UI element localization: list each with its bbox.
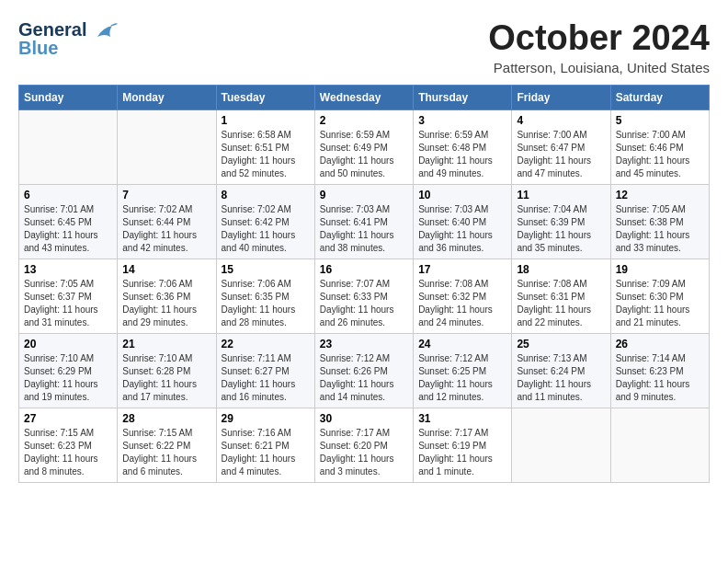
day-number: 10 [418, 189, 506, 201]
calendar-cell: 8Sunrise: 7:02 AM Sunset: 6:42 PM Daylig… [216, 185, 314, 259]
day-info: Sunrise: 7:09 AM Sunset: 6:30 PM Dayligh… [616, 278, 704, 329]
day-info: Sunrise: 7:06 AM Sunset: 6:36 PM Dayligh… [122, 278, 210, 329]
week-row-1: 6Sunrise: 7:01 AM Sunset: 6:45 PM Daylig… [19, 185, 710, 259]
day-number: 20 [24, 338, 112, 350]
calendar-cell: 9Sunrise: 7:03 AM Sunset: 6:41 PM Daylig… [314, 185, 413, 259]
calendar-cell [118, 110, 216, 185]
day-number: 24 [418, 338, 506, 350]
calendar-cell: 31Sunrise: 7:17 AM Sunset: 6:19 PM Dayli… [414, 408, 512, 483]
day-number: 27 [24, 412, 112, 425]
day-info: Sunrise: 7:15 AM Sunset: 6:22 PM Dayligh… [122, 427, 210, 478]
day-number: 25 [517, 338, 605, 350]
day-number: 2 [320, 114, 408, 127]
day-number: 18 [517, 263, 605, 276]
day-info: Sunrise: 7:12 AM Sunset: 6:26 PM Dayligh… [320, 352, 408, 404]
day-info: Sunrise: 7:06 AM Sunset: 6:35 PM Dayligh… [222, 278, 310, 329]
calendar-cell [610, 408, 709, 483]
day-number: 13 [24, 263, 112, 276]
calendar-cell: 5Sunrise: 7:00 AM Sunset: 6:46 PM Daylig… [610, 110, 709, 185]
logo: General Blue [18, 18, 119, 58]
day-info: Sunrise: 7:08 AM Sunset: 6:31 PM Dayligh… [517, 278, 605, 329]
day-number: 1 [222, 114, 310, 127]
calendar-cell: 25Sunrise: 7:13 AM Sunset: 6:24 PM Dayli… [512, 334, 610, 408]
title-section: October 2024 Patterson, Louisiana, Unite… [488, 18, 710, 75]
day-info: Sunrise: 7:17 AM Sunset: 6:20 PM Dayligh… [320, 427, 408, 478]
day-info: Sunrise: 7:02 AM Sunset: 6:44 PM Dayligh… [122, 203, 210, 255]
day-number: 26 [616, 338, 704, 350]
calendar-cell: 22Sunrise: 7:11 AM Sunset: 6:27 PM Dayli… [216, 334, 314, 408]
logo-blue: Blue [18, 39, 86, 57]
calendar-cell [19, 110, 118, 185]
week-row-3: 20Sunrise: 7:10 AM Sunset: 6:29 PM Dayli… [19, 334, 710, 408]
day-info: Sunrise: 7:05 AM Sunset: 6:38 PM Dayligh… [616, 203, 704, 255]
weekday-header-row: SundayMondayTuesdayWednesdayThursdayFrid… [19, 86, 710, 110]
weekday-header-sunday: Sunday [19, 86, 118, 110]
calendar-cell: 16Sunrise: 7:07 AM Sunset: 6:33 PM Dayli… [314, 259, 413, 334]
week-row-4: 27Sunrise: 7:15 AM Sunset: 6:23 PM Dayli… [19, 408, 710, 483]
day-info: Sunrise: 6:59 AM Sunset: 6:48 PM Dayligh… [418, 129, 506, 180]
week-row-0: 1Sunrise: 6:58 AM Sunset: 6:51 PM Daylig… [19, 110, 710, 185]
day-info: Sunrise: 7:00 AM Sunset: 6:46 PM Dayligh… [616, 129, 704, 180]
calendar-cell: 4Sunrise: 7:00 AM Sunset: 6:47 PM Daylig… [512, 110, 610, 185]
calendar-cell: 1Sunrise: 6:58 AM Sunset: 6:51 PM Daylig… [216, 110, 314, 185]
day-info: Sunrise: 7:03 AM Sunset: 6:40 PM Dayligh… [418, 203, 506, 255]
day-number: 28 [122, 412, 210, 425]
day-info: Sunrise: 7:00 AM Sunset: 6:47 PM Dayligh… [517, 129, 605, 180]
calendar-cell: 18Sunrise: 7:08 AM Sunset: 6:31 PM Dayli… [512, 259, 610, 334]
calendar-cell: 2Sunrise: 6:59 AM Sunset: 6:49 PM Daylig… [314, 110, 413, 185]
day-info: Sunrise: 7:15 AM Sunset: 6:23 PM Dayligh… [24, 427, 112, 478]
day-number: 30 [320, 412, 408, 425]
calendar-cell: 17Sunrise: 7:08 AM Sunset: 6:32 PM Dayli… [414, 259, 512, 334]
weekday-header-saturday: Saturday [610, 86, 709, 110]
calendar-cell: 27Sunrise: 7:15 AM Sunset: 6:23 PM Dayli… [19, 408, 118, 483]
day-number: 21 [122, 338, 210, 350]
calendar-cell: 29Sunrise: 7:16 AM Sunset: 6:21 PM Dayli… [216, 408, 314, 483]
calendar-cell: 26Sunrise: 7:14 AM Sunset: 6:23 PM Dayli… [610, 334, 709, 408]
calendar-body: 1Sunrise: 6:58 AM Sunset: 6:51 PM Daylig… [19, 110, 710, 483]
calendar-cell [512, 408, 610, 483]
month-title: October 2024 [488, 18, 710, 58]
day-info: Sunrise: 7:13 AM Sunset: 6:24 PM Dayligh… [517, 352, 605, 404]
calendar-cell: 3Sunrise: 6:59 AM Sunset: 6:48 PM Daylig… [414, 110, 512, 185]
weekday-header-wednesday: Wednesday [314, 86, 413, 110]
day-number: 17 [418, 263, 506, 276]
day-number: 16 [320, 263, 408, 276]
week-row-2: 13Sunrise: 7:05 AM Sunset: 6:37 PM Dayli… [19, 259, 710, 334]
calendar-cell: 11Sunrise: 7:04 AM Sunset: 6:39 PM Dayli… [512, 185, 610, 259]
calendar-cell: 23Sunrise: 7:12 AM Sunset: 6:26 PM Dayli… [314, 334, 413, 408]
location: Patterson, Louisiana, United States [488, 60, 710, 75]
day-info: Sunrise: 7:12 AM Sunset: 6:25 PM Dayligh… [418, 352, 506, 404]
day-info: Sunrise: 7:02 AM Sunset: 6:42 PM Dayligh… [222, 203, 310, 255]
calendar-cell: 6Sunrise: 7:01 AM Sunset: 6:45 PM Daylig… [19, 185, 118, 259]
day-number: 23 [320, 338, 408, 350]
calendar-cell: 15Sunrise: 7:06 AM Sunset: 6:35 PM Dayli… [216, 259, 314, 334]
day-info: Sunrise: 7:01 AM Sunset: 6:45 PM Dayligh… [24, 203, 112, 255]
day-info: Sunrise: 7:10 AM Sunset: 6:28 PM Dayligh… [122, 352, 210, 404]
day-info: Sunrise: 6:59 AM Sunset: 6:49 PM Dayligh… [320, 129, 408, 180]
day-info: Sunrise: 7:10 AM Sunset: 6:29 PM Dayligh… [24, 352, 112, 404]
day-number: 11 [517, 189, 605, 201]
calendar-cell: 19Sunrise: 7:09 AM Sunset: 6:30 PM Dayli… [610, 259, 709, 334]
logo-general: General [18, 20, 86, 39]
calendar-cell: 30Sunrise: 7:17 AM Sunset: 6:20 PM Dayli… [314, 408, 413, 483]
calendar-header: SundayMondayTuesdayWednesdayThursdayFrid… [19, 86, 710, 110]
day-info: Sunrise: 7:16 AM Sunset: 6:21 PM Dayligh… [222, 427, 310, 478]
calendar-cell: 10Sunrise: 7:03 AM Sunset: 6:40 PM Dayli… [414, 185, 512, 259]
day-number: 8 [222, 189, 310, 201]
header: General Blue October 2024 Patterson, Lou… [18, 18, 710, 75]
day-number: 12 [616, 189, 704, 201]
calendar-cell: 21Sunrise: 7:10 AM Sunset: 6:28 PM Dayli… [118, 334, 216, 408]
day-info: Sunrise: 7:14 AM Sunset: 6:23 PM Dayligh… [616, 352, 704, 404]
day-info: Sunrise: 7:03 AM Sunset: 6:41 PM Dayligh… [320, 203, 408, 255]
day-number: 22 [222, 338, 310, 350]
weekday-header-thursday: Thursday [414, 86, 512, 110]
day-number: 5 [616, 114, 704, 127]
day-number: 7 [122, 189, 210, 201]
day-info: Sunrise: 7:05 AM Sunset: 6:37 PM Dayligh… [24, 278, 112, 329]
day-info: Sunrise: 7:07 AM Sunset: 6:33 PM Dayligh… [320, 278, 408, 329]
day-number: 9 [320, 189, 408, 201]
calendar-cell: 13Sunrise: 7:05 AM Sunset: 6:37 PM Dayli… [19, 259, 118, 334]
calendar-cell: 7Sunrise: 7:02 AM Sunset: 6:44 PM Daylig… [118, 185, 216, 259]
calendar-cell: 28Sunrise: 7:15 AM Sunset: 6:22 PM Dayli… [118, 408, 216, 483]
weekday-header-monday: Monday [118, 86, 216, 110]
